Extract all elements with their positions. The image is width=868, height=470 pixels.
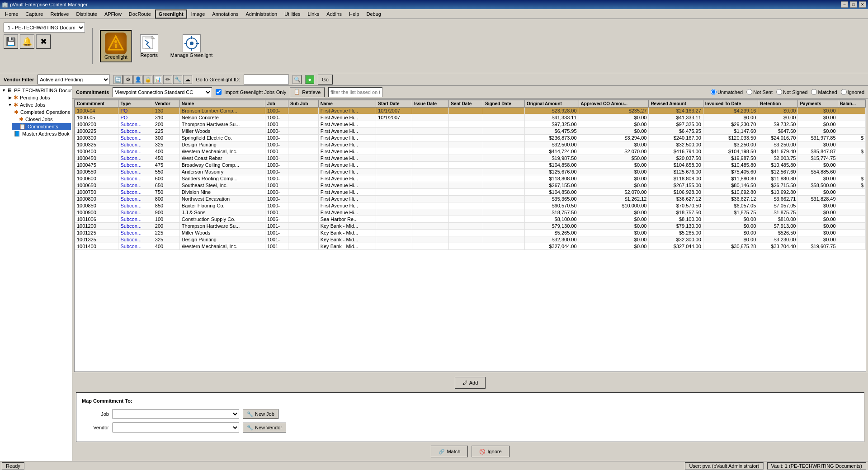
tree-item-master-address[interactable]: 📘 Master Address Book [6,130,71,137]
filter-icon-8[interactable]: ☁ [183,75,192,84]
restore-button[interactable]: □ [850,1,857,8]
table-row[interactable]: 1001325Subcon...325Design Painting1001-K… [75,236,866,243]
menu-item-home[interactable]: Home [2,10,21,18]
new-job-button[interactable]: 🔧 New Job [243,409,278,419]
ignore-button[interactable]: 🚫 Ignore [472,446,509,457]
col-retention[interactable]: Retention [758,100,798,108]
job-dropdown[interactable] [113,409,239,419]
col-vendor[interactable]: Vendor [153,100,179,108]
table-row[interactable]: 1000-05PO310Nelson Concrete1000-First Av… [75,114,866,121]
col-name1[interactable]: Name [179,100,265,108]
goto-input[interactable] [244,75,289,85]
menu-item-administration[interactable]: Administration [242,10,280,18]
menu-item-retrieve[interactable]: Retrieve [47,10,72,18]
alert-button[interactable]: 🔔 [20,34,34,49]
col-signed-date[interactable]: Signed Date [483,100,525,108]
table-row[interactable]: 1000850Subcon...850Baxter Flooring Co.10… [75,202,866,209]
table-row[interactable]: 1000475Subcon...475Broadway Ceiling Comp… [75,162,866,169]
table-row[interactable]: 1000450Subcon...450West Coast Rebar1000-… [75,155,866,162]
menu-item-addins[interactable]: Addins [323,10,345,18]
match-button[interactable]: 🔗 Match [431,446,468,457]
filter-icon-7[interactable]: 🔧 [173,75,182,84]
table-row[interactable]: 1000325Subcon...325Design Painting1000-F… [75,141,866,148]
col-original[interactable]: Original Amount [524,100,579,108]
save-button[interactable]: 💾 [4,34,18,49]
minimize-button[interactable]: – [841,1,848,8]
table-row[interactable]: 1000900Subcon...900J.J & Sons1000-First … [75,209,866,216]
radio-unmatched[interactable]: Unmatched [711,89,743,95]
table-row[interactable]: 1001225Subcon...225Miller Woods1001-Key … [75,230,866,236]
menu-item-greenlight[interactable]: Greenlight [155,9,187,19]
menu-item-annotations[interactable]: Annotations [209,10,241,18]
close-button[interactable]: ✕ [859,1,866,8]
retrieve-button[interactable]: 📋 Retrieve [290,87,325,97]
add-button[interactable]: 🖊 Add [455,377,486,389]
active-pending-dropdown[interactable]: Active and Pending Active Pending Comple… [38,75,110,85]
import-checkbox[interactable] [216,89,222,95]
radio-ignored[interactable]: Ignored [841,89,864,95]
cancel-button[interactable]: ✖ [36,34,51,49]
new-vendor-button[interactable]: 🔧 New Vendor [243,423,286,432]
document-dropdown[interactable]: 1 - PE-TECHWRITING Documer [4,23,85,33]
col-type[interactable]: Type [118,100,153,108]
filter-icon-4[interactable]: 🔒 [143,75,152,84]
col-invoiced[interactable]: Invoiced To Date [703,100,758,108]
search-icon[interactable]: 🔍 [292,75,302,84]
col-sent-date[interactable]: Sent Date [449,100,483,108]
tree-item-closed-jobs[interactable]: ✱ Closed Jobs [12,116,71,123]
manage-greenlight-button[interactable]: Manage Greenlight [166,32,217,60]
col-issue-date[interactable]: Issue Date [412,100,448,108]
menu-item-apflow[interactable]: APFlow [101,10,125,18]
col-name2[interactable]: Name [318,100,376,108]
col-payments[interactable]: Payments [798,100,838,108]
menu-item-capture[interactable]: Capture [22,10,46,18]
filter-icon-1[interactable]: 🔄 [113,75,123,84]
table-row[interactable]: 1000800Subcon...800Northwest Excavation1… [75,196,866,202]
filter-icon-3[interactable]: 👤 [133,75,142,84]
menu-item-help[interactable]: Help [346,10,363,18]
reports-button[interactable]: Reports [136,32,163,60]
table-row[interactable]: 1000225Subcon...225Miller Woods1000-Firs… [75,128,866,135]
menu-item-docroute[interactable]: DocRoute [126,10,154,18]
menu-item-debug[interactable]: Debug [363,10,384,18]
col-job[interactable]: Job [265,100,288,108]
table-row[interactable]: 1000600Subcon...600Sanders Roofing Comp.… [75,175,866,182]
filter-icon-2[interactable]: ⚙ [123,75,132,84]
tree-item-completed-ops[interactable]: ✱ Completed Operations [12,108,71,116]
radio-not-signed[interactable]: Not Signed [776,89,807,95]
connection-dropdown[interactable]: Viewpoint Connection Standard CC [113,87,212,97]
tree-root[interactable]: ▼ 🖥 PE-TECHWRITING Documents [1,87,71,94]
filter-text-input[interactable] [328,87,382,97]
table-row[interactable]: 1001200Subcon...200Thompson Hardware Su.… [75,223,866,230]
go-button[interactable]: Go [318,75,333,85]
menu-item-image[interactable]: Image [188,10,208,18]
import-label[interactable]: Import Greenlight Jobs Only [216,89,286,95]
data-grid-container[interactable]: Commitment Type Vendor Name Job Sub Job … [74,99,866,372]
tree-item-commitments[interactable]: 📋 Commitments [12,123,71,130]
filter-icon-5[interactable]: 📊 [153,75,162,84]
col-approved-co[interactable]: Approved CO Amou... [579,100,649,108]
tree-item-pending-jobs[interactable]: ▶ ✱ Pending Jobs [6,94,71,101]
table-row[interactable]: 1000550Subcon...550Anderson Masonry1000-… [75,169,866,175]
table-row[interactable]: 1001400Subcon...400Western Mechanical, I… [75,243,866,250]
col-start-date[interactable]: Start Date [376,100,412,108]
col-revised[interactable]: Revised Amount [649,100,703,108]
menu-item-utilities[interactable]: Utilities [281,10,303,18]
radio-not-sent[interactable]: Not Sent [746,89,773,95]
vendor-dropdown[interactable] [113,423,239,432]
tree-item-active-jobs[interactable]: ▼ ✱ Active Jobs [6,101,71,108]
table-row[interactable]: 1001006Subcon...100Construction Supply C… [75,216,866,223]
table-row[interactable]: 1000750Subcon...750Division Nine1000-Fir… [75,189,866,196]
col-balance[interactable]: Balan... [838,100,865,108]
col-subjob[interactable]: Sub Job [288,100,318,108]
radio-matched[interactable]: Matched [811,89,837,95]
table-row[interactable]: 1000400Subcon...400Western Mechanical, I… [75,148,866,155]
col-commitment[interactable]: Commitment [75,100,118,108]
menu-item-distribute[interactable]: Distribute [73,10,100,18]
menu-item-links[interactable]: Links [305,10,323,18]
table-row[interactable]: 1000650Subcon...650Southeast Steel, Inc.… [75,182,866,189]
table-row[interactable]: 1000200Subcon...200Thompson Hardware Su.… [75,121,866,128]
filter-icon-6[interactable]: ✏ [163,75,172,84]
greenlight-button[interactable]: Greenlight [100,30,132,62]
green-circle-icon[interactable]: ● [305,75,314,84]
